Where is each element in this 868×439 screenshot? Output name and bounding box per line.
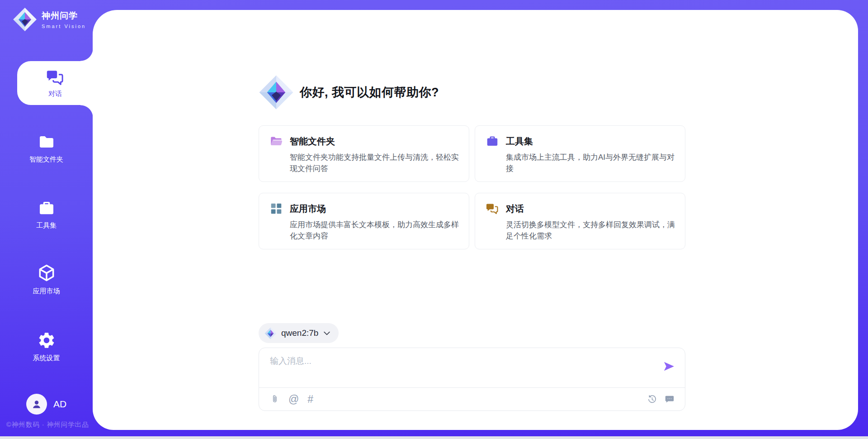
quick-phrase-button[interactable] [664, 394, 675, 405]
card-toolset[interactable]: 工具集 集成市场上主流工具，助力AI与外界无缝扩展与对接 [475, 125, 685, 182]
sidebar-item-label: 系统设置 [33, 354, 60, 363]
message-input[interactable] [259, 348, 685, 387]
at-sign-icon: @ [288, 394, 299, 405]
sidebar-item-app-market[interactable]: 应用市场 [0, 263, 93, 296]
sidebar-item-label: 应用市场 [33, 287, 60, 296]
sidebar-item-smart-folder[interactable]: 智能文件夹 [0, 133, 93, 164]
card-title: 智能文件夹 [290, 135, 335, 148]
card-description: 灵活切换多模型文件，支持多样回复效果调试，满足个性化需求 [506, 220, 678, 242]
composer-toolbar: @ # [270, 388, 675, 410]
bottom-edge-strip [0, 436, 868, 439]
open-folder-icon [269, 134, 283, 148]
user-account[interactable]: AD [0, 394, 93, 415]
brand-diamond-icon [264, 327, 277, 339]
card-description: 应用市场提供丰富长文本模板，助力高效生成多样化文章内容 [290, 220, 462, 242]
spacer [259, 249, 685, 323]
mention-button[interactable]: @ [288, 394, 299, 405]
briefcase-icon [486, 134, 499, 148]
attachment-button[interactable] [270, 394, 280, 405]
history-icon [647, 394, 657, 405]
send-icon [663, 360, 675, 372]
grid-icon [269, 202, 283, 215]
chat-icon [46, 68, 65, 87]
cube-icon [37, 263, 57, 283]
sidebar-item-settings[interactable]: 系统设置 [0, 331, 93, 363]
copyright-text: ©神州数码 · 神州问学出品 [6, 420, 89, 429]
greeting-text: 你好, 我可以如何帮助你? [300, 84, 439, 100]
folder-icon [37, 133, 56, 151]
message-composer: @ # [259, 348, 685, 411]
user-name: AD [53, 399, 66, 410]
chevron-down-icon [324, 331, 330, 335]
sidebar-item-chat[interactable]: 对话 [17, 61, 93, 105]
brand-diamond-icon [259, 75, 294, 110]
sidebar-item-label: 智能文件夹 [29, 155, 63, 164]
hashtag-button[interactable]: # [307, 394, 313, 405]
card-description: 集成市场上主流工具，助力AI与外界无缝扩展与对接 [506, 152, 678, 174]
card-title: 应用市场 [290, 203, 326, 215]
main-content-area: 你好, 我可以如何帮助你? 智能文件夹 智能文件夹功能支持批量文件上传与清洗，轻… [93, 10, 858, 430]
brand-name: 神州问学 [42, 10, 86, 22]
speech-bubble-icon [664, 394, 675, 405]
brand-diamond-icon [13, 7, 37, 32]
model-selector[interactable]: qwen2:7b [259, 323, 339, 343]
sidebar-item-label: 对话 [48, 90, 62, 98]
person-icon [30, 398, 43, 410]
card-smart-folder[interactable]: 智能文件夹 智能文件夹功能支持批量文件上传与清洗，轻松实现文件问答 [259, 125, 469, 182]
sidebar-item-label: 工具集 [36, 221, 57, 230]
feature-cards: 智能文件夹 智能文件夹功能支持批量文件上传与清洗，轻松实现文件问答 工具集 集成… [259, 125, 685, 249]
avatar [26, 394, 47, 415]
card-description: 智能文件夹功能支持批量文件上传与清洗，轻松实现文件问答 [290, 152, 462, 174]
card-chat[interactable]: 对话 灵活切换多模型文件，支持多样回复效果调试，满足个性化需求 [475, 193, 685, 249]
greeting-block: 你好, 我可以如何帮助你? [259, 74, 685, 110]
card-title: 工具集 [506, 135, 533, 148]
paperclip-icon [270, 394, 280, 405]
model-name: qwen2:7b [281, 328, 318, 338]
content-column: 你好, 我可以如何帮助你? 智能文件夹 智能文件夹功能支持批量文件上传与清洗，轻… [259, 10, 685, 430]
history-button[interactable] [647, 394, 657, 405]
brand-subtitle: Smart Vision [42, 24, 86, 29]
briefcase-icon [37, 199, 56, 217]
sidebar-item-toolset[interactable]: 工具集 [0, 199, 93, 230]
hash-icon: # [307, 394, 313, 405]
gear-icon [37, 331, 56, 350]
card-title: 对话 [506, 203, 524, 215]
composer-right-tools [647, 394, 675, 405]
chat-icon [486, 202, 499, 215]
card-app-market[interactable]: 应用市场 应用市场提供丰富长文本模板，助力高效生成多样化文章内容 [259, 193, 469, 249]
app-logo: 神州问学 Smart Vision [13, 7, 86, 32]
send-button[interactable] [663, 360, 675, 372]
